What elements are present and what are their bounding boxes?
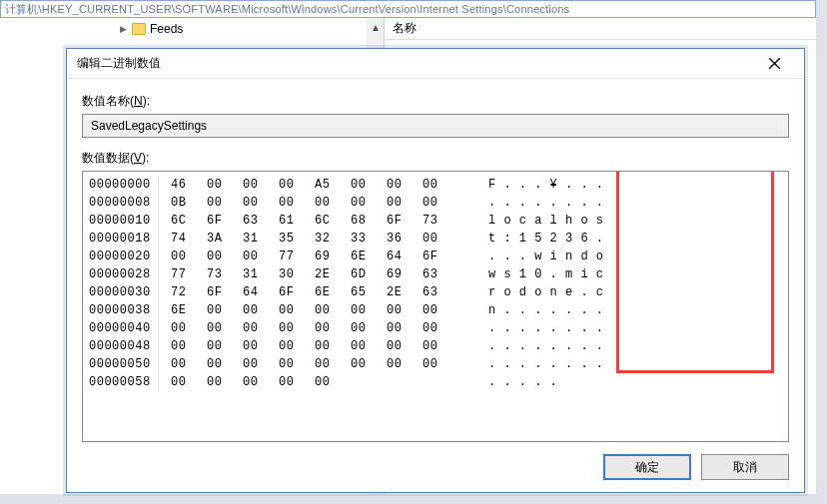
close-icon [769,58,780,69]
hex-ascii: n . . . . . . . [488,303,604,317]
cancel-button[interactable]: 取消 [701,454,789,480]
hex-bytes: 6C6F63616C686F73 [159,212,488,230]
hex-offset: 00000040 [89,319,159,337]
hex-ascii: . . . . . . . . [488,339,604,353]
hex-row[interactable]: 000000106C6F63616C686F73l o c a l h o s [89,212,782,230]
hex-ascii: w s 1 0 . m i c [488,267,604,281]
edit-binary-dialog: 编辑二进制数值 数值名称(N): 数值数据(V): 00000000460000… [66,48,805,493]
dialog-titlebar: 编辑二进制数值 [67,49,804,79]
hex-row[interactable]: 000000386E00000000000000n . . . . . . . [89,301,782,319]
hex-offset: 00000008 [89,194,159,212]
hex-row[interactable]: 000000500000000000000000. . . . . . . . [89,355,782,373]
column-header-name[interactable]: 名称 [385,18,816,40]
hex-row[interactable]: 000000080B00000000000000. . . . . . . . [89,194,782,212]
hex-ascii: l o c a l h o s [488,214,604,228]
close-button[interactable] [754,52,794,76]
hex-offset: 00000028 [89,265,159,283]
hex-bytes: 46000000A5000000 [159,176,488,194]
hex-row[interactable]: 000000400000000000000000. . . . . . . . [89,319,782,337]
hex-bytes: 00000077696E646F [159,248,488,265]
hex-row[interactable]: 00000018743A313532333600t : 1 5 2 3 6 . [89,230,782,248]
registry-path[interactable]: 计算机\HKEY_CURRENT_USER\SOFTWARE\Microsoft… [0,0,816,18]
hex-bytes: 0000000000 [159,373,488,391]
hex-bytes: 726F646F6E652E63 [159,283,488,301]
chevron-right-icon: ▶ [118,24,128,34]
hex-offset: 00000058 [89,373,159,391]
value-data-hex-editor[interactable]: 0000000046000000A5000000F . . . ¥ . . .0… [82,171,789,442]
hex-offset: 00000030 [89,283,159,301]
hex-row[interactable]: 000000580000000000. . . . . [89,373,782,391]
hex-ascii: F . . . ¥ . . . [488,178,604,192]
value-name-label: 数值名称(N): [82,93,789,110]
hex-offset: 00000010 [89,212,159,230]
hex-offset: 00000000 [89,176,159,194]
hex-row[interactable]: 00000028777331302E6D6963w s 1 0 . m i c [89,265,782,283]
hex-ascii: . . . . . [488,375,557,389]
hex-offset: 00000018 [89,230,159,248]
folder-icon [132,23,146,35]
hex-offset: 00000048 [89,337,159,355]
hex-ascii: r o d o n e . c [488,285,604,299]
hex-ascii: t : 1 5 2 3 6 . [488,232,604,246]
hex-bytes: 0000000000000000 [159,355,488,373]
scroll-up-icon[interactable]: ▴ [367,18,384,35]
value-name-input[interactable] [82,114,789,138]
hex-ascii: . . . w i n d o [488,250,604,263]
hex-bytes: 0000000000000000 [159,337,488,355]
hex-bytes: 6E00000000000000 [159,301,488,319]
hex-offset: 00000050 [89,355,159,373]
hex-bytes: 777331302E6D6963 [159,265,488,283]
hex-offset: 00000038 [89,301,159,319]
value-data-label: 数值数据(V): [82,150,789,167]
dialog-button-row: 确定 取消 [67,442,804,492]
hex-bytes: 743A313532333600 [159,230,488,248]
dialog-title: 编辑二进制数值 [77,55,754,72]
hex-row[interactable]: 0000000046000000A5000000F . . . ¥ . . . [89,176,782,194]
hex-row[interactable]: 00000030726F646F6E652E63r o d o n e . c [89,283,782,301]
hex-ascii: . . . . . . . . [488,196,604,210]
hex-row[interactable]: 0000002000000077696E646F. . . w i n d o [89,248,782,265]
hex-row[interactable]: 000000480000000000000000. . . . . . . . [89,337,782,355]
tree-item-feeds[interactable]: ▶ Feeds [0,18,384,40]
hex-bytes: 0B00000000000000 [159,194,488,212]
hex-bytes: 0000000000000000 [159,319,488,337]
ok-button[interactable]: 确定 [603,454,691,480]
hex-ascii: . . . . . . . . [488,357,604,371]
tree-item-label: Feeds [150,22,183,36]
hex-ascii: . . . . . . . . [488,321,604,335]
hex-offset: 00000020 [89,248,159,265]
